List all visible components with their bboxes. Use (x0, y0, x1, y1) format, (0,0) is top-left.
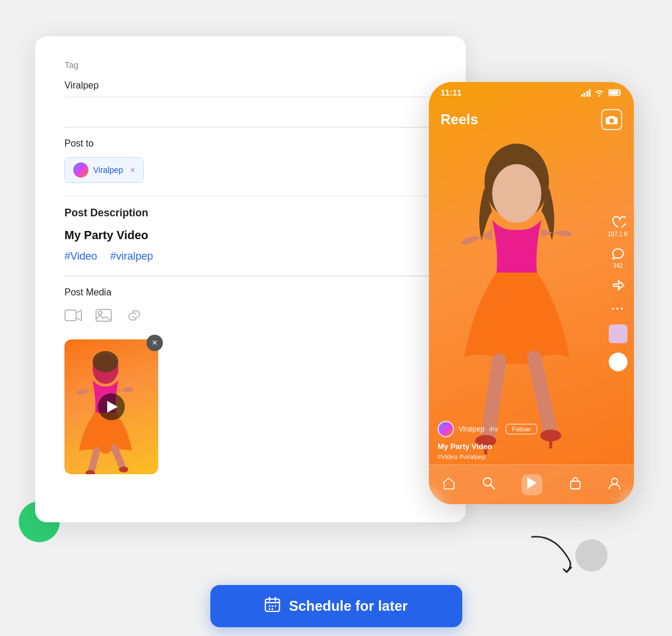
post-description-section: Post Description My Party Video #Video #… (64, 207, 436, 263)
more-icon: ··· (611, 302, 625, 315)
comment-count: 342 (613, 263, 623, 269)
video-upload-icon[interactable] (64, 307, 82, 328)
schedule-calendar-icon (264, 596, 281, 617)
tag-label: Tag (64, 60, 436, 70)
hashtags-row: #Video #viralpep (64, 250, 436, 263)
play-button[interactable] (98, 393, 125, 420)
status-icons (581, 89, 623, 97)
tag-input[interactable] (64, 76, 436, 97)
link-upload-icon[interactable] (125, 307, 143, 328)
svg-point-16 (269, 608, 271, 610)
nav-reels-icon[interactable] (521, 474, 543, 495)
phone-bottom-nav (429, 464, 634, 504)
phone-post-title: My Party Video (438, 442, 599, 451)
schedule-button-label: Schedule for later (289, 598, 408, 614)
hashtag-2: #viralpep (110, 250, 153, 262)
svg-point-2 (98, 311, 102, 315)
comment-button[interactable]: 342 (610, 247, 626, 269)
nav-shop-icon[interactable] (569, 477, 582, 493)
svg-rect-28 (610, 91, 619, 95)
post-media-label: Post Media (64, 287, 436, 298)
divider-1 (64, 127, 436, 128)
chip-remove-button[interactable]: × (130, 165, 135, 175)
remove-media-button[interactable]: × (146, 335, 163, 351)
camera-icon-wrap[interactable] (601, 109, 622, 130)
post-title-text: My Party Video (64, 229, 436, 242)
follow-button[interactable]: Follow (506, 424, 537, 434)
camera-icon (606, 114, 618, 125)
post-to-label: Post to (64, 138, 436, 149)
decorative-circle-gray (575, 539, 608, 572)
signal-icon (581, 89, 591, 97)
profile-thumbnail (609, 325, 627, 343)
reels-title: Reels (441, 111, 478, 128)
battery-icon (608, 89, 622, 97)
arrow-decoration (526, 531, 578, 580)
nav-search-icon[interactable] (482, 477, 495, 493)
like-count: 107.1 K (608, 231, 628, 237)
like-button[interactable]: 107.1 K (608, 215, 628, 237)
image-upload-icon[interactable] (95, 307, 112, 328)
nav-profile-icon[interactable] (608, 477, 621, 493)
svg-point-8 (119, 467, 128, 472)
phone-status-bar: 11:11 (429, 82, 634, 103)
svg-point-33 (612, 478, 618, 484)
audio-icon (609, 353, 627, 372)
account-chip[interactable]: Viralpep × (64, 157, 144, 183)
phone-user-row: Viralpep 4hr Follow (438, 421, 599, 437)
wifi-icon (595, 89, 604, 97)
svg-marker-31 (527, 477, 537, 489)
phone-username: Viralpep (459, 425, 485, 433)
phone-woman-illustration (429, 117, 634, 463)
play-triangle (107, 401, 118, 413)
reels-header: Reels (429, 103, 634, 136)
comment-icon (610, 247, 626, 261)
chip-avatar (73, 162, 88, 178)
svg-rect-32 (571, 481, 580, 489)
hashtag-1: #Video (64, 250, 97, 262)
phone-hashtags: #Video #viralpep (438, 453, 599, 460)
media-upload-icons (64, 307, 436, 328)
tag-section: Tag (64, 60, 436, 114)
post-to-section: Post to Viralpep × (64, 138, 436, 183)
share-icon (611, 278, 625, 293)
svg-rect-0 (65, 310, 76, 321)
main-form-card: Tag Post to Viralpep × Post Description … (35, 36, 466, 522)
share-button[interactable] (611, 278, 625, 293)
svg-point-15 (275, 605, 277, 607)
svg-point-14 (272, 605, 274, 607)
heart-icon (610, 215, 626, 229)
phone-time-ago: 4hr (489, 426, 499, 433)
schedule-button[interactable]: Schedule for later (210, 585, 462, 627)
post-description-label: Post Description (64, 207, 436, 219)
svg-line-6 (114, 448, 123, 468)
svg-point-17 (272, 608, 274, 610)
chip-name-label: Viralpep (93, 165, 123, 175)
phone-user-avatar (438, 421, 454, 437)
svg-rect-27 (620, 91, 621, 94)
svg-point-13 (269, 605, 271, 607)
phone-actions: 107.1 K 342 ··· (608, 215, 628, 372)
divider-3 (64, 276, 436, 277)
video-thumbnail-wrap: × (64, 339, 158, 474)
svg-point-19 (492, 164, 541, 223)
svg-line-30 (490, 485, 494, 489)
post-media-section: Post Media × (64, 287, 436, 474)
phone-post-info: Viralpep 4hr Follow My Party Video #Vide… (438, 421, 599, 460)
nav-home-icon[interactable] (442, 477, 456, 493)
phone-preview: 11:11 Reels (429, 82, 634, 504)
divider-2 (64, 196, 436, 197)
status-time: 11:11 (441, 88, 462, 97)
svg-point-4 (93, 351, 118, 372)
svg-line-5 (91, 451, 97, 473)
more-options-button[interactable]: ··· (611, 302, 625, 315)
